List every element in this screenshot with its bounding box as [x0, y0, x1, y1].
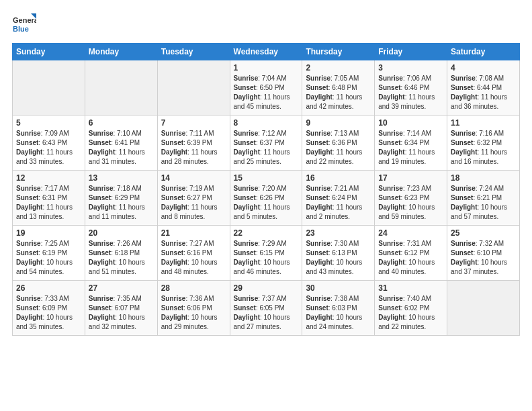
day-info-line: Sunset: 6:48 PM [306, 83, 371, 93]
day-number: 2 [306, 63, 371, 73]
day-info-line: Sunrise: 7:30 AM [306, 239, 371, 248]
day-info-line: Sunset: 6:10 PM [451, 248, 516, 258]
day-info: Sunrise: 7:30 AMSunset: 6:13 PMDaylight:… [306, 239, 371, 277]
day-info-line: Sunrise: 7:21 AM [306, 184, 371, 193]
col-header-sunday: Sunday [13, 44, 85, 60]
day-number: 17 [378, 173, 443, 183]
day-info-line: Sunrise: 7:23 AM [378, 184, 443, 193]
day-info-line: Sunset: 6:34 PM [378, 138, 443, 148]
day-info-line: Sunrise: 7:24 AM [451, 184, 516, 193]
day-info-line: Sunset: 6:32 PM [451, 138, 516, 148]
header: General Blue [12, 12, 520, 36]
day-info-line: Daylight: 11 hours and 2 minutes. [306, 203, 371, 222]
day-info-line: Daylight: 11 hours and 8 minutes. [161, 203, 226, 222]
day-info-line: Sunrise: 7:05 AM [306, 74, 371, 83]
day-info: Sunrise: 7:12 AMSunset: 6:37 PMDaylight:… [234, 129, 299, 167]
day-info-line: Daylight: 10 hours and 27 minutes. [234, 313, 299, 332]
day-info: Sunrise: 7:13 AMSunset: 6:36 PMDaylight:… [306, 129, 371, 167]
day-info-line: Sunrise: 7:17 AM [16, 184, 81, 193]
day-info-line: Sunrise: 7:33 AM [16, 294, 81, 304]
svg-text:Blue: Blue [13, 25, 29, 33]
calendar-cell: 12Sunrise: 7:17 AMSunset: 6:31 PMDayligh… [13, 171, 85, 226]
day-info: Sunrise: 7:17 AMSunset: 6:31 PMDaylight:… [16, 184, 81, 222]
day-info-line: Daylight: 10 hours and 54 minutes. [16, 258, 81, 277]
day-number: 31 [378, 283, 443, 293]
day-info-line: Sunrise: 7:32 AM [451, 239, 516, 248]
day-info: Sunrise: 7:20 AMSunset: 6:26 PMDaylight:… [234, 184, 299, 222]
day-info-line: Daylight: 11 hours and 16 minutes. [451, 148, 516, 167]
calendar-cell: 21Sunrise: 7:27 AMSunset: 6:16 PMDayligh… [157, 226, 230, 281]
day-info-line: Sunrise: 7:09 AM [16, 129, 81, 138]
day-info-line: Sunset: 6:18 PM [89, 248, 154, 258]
col-header-tuesday: Tuesday [157, 44, 230, 60]
day-number: 12 [16, 173, 81, 183]
day-info-line: Sunrise: 7:25 AM [16, 239, 81, 248]
calendar-cell: 18Sunrise: 7:24 AMSunset: 6:21 PMDayligh… [447, 171, 520, 226]
day-info-line: Sunrise: 7:19 AM [161, 184, 226, 193]
calendar-cell: 3Sunrise: 7:06 AMSunset: 6:46 PMDaylight… [375, 60, 447, 116]
day-info-line: Sunset: 6:46 PM [378, 83, 443, 93]
day-number: 27 [89, 283, 154, 293]
day-number: 5 [16, 118, 81, 128]
day-number: 9 [306, 118, 371, 128]
day-number: 1 [234, 63, 299, 73]
day-info-line: Sunrise: 7:14 AM [378, 129, 443, 138]
day-number: 29 [234, 283, 299, 293]
calendar-cell [13, 60, 85, 116]
col-header-thursday: Thursday [302, 44, 375, 60]
day-info-line: Daylight: 10 hours and 22 minutes. [378, 313, 443, 332]
day-info-line: Daylight: 10 hours and 29 minutes. [161, 313, 226, 332]
day-info: Sunrise: 7:35 AMSunset: 6:07 PMDaylight:… [89, 294, 154, 332]
day-info-line: Daylight: 11 hours and 45 minutes. [234, 93, 299, 111]
day-info: Sunrise: 7:33 AMSunset: 6:09 PMDaylight:… [16, 294, 81, 332]
day-info-line: Sunset: 6:23 PM [378, 193, 443, 203]
calendar-cell: 17Sunrise: 7:23 AMSunset: 6:23 PMDayligh… [375, 171, 447, 226]
day-info-line: Sunset: 6:16 PM [161, 248, 226, 258]
col-header-wednesday: Wednesday [230, 44, 302, 60]
day-number: 24 [378, 228, 443, 238]
day-info-line: Sunset: 6:12 PM [378, 248, 443, 258]
calendar-cell: 27Sunrise: 7:35 AMSunset: 6:07 PMDayligh… [85, 281, 157, 336]
day-info-line: Sunrise: 7:12 AM [234, 129, 299, 138]
day-info: Sunrise: 7:10 AMSunset: 6:41 PMDaylight:… [89, 129, 154, 167]
calendar-cell: 5Sunrise: 7:09 AMSunset: 6:43 PMDaylight… [13, 116, 85, 171]
day-number: 28 [161, 283, 226, 293]
day-info: Sunrise: 7:24 AMSunset: 6:21 PMDaylight:… [451, 184, 516, 222]
day-info: Sunrise: 7:18 AMSunset: 6:29 PMDaylight:… [89, 184, 154, 222]
day-number: 21 [161, 228, 226, 238]
day-info-line: Daylight: 11 hours and 31 minutes. [89, 148, 154, 167]
day-info-line: Sunset: 6:29 PM [89, 193, 154, 203]
day-info-line: Sunset: 6:03 PM [306, 304, 371, 313]
calendar-cell [447, 281, 520, 336]
day-info-line: Daylight: 10 hours and 48 minutes. [161, 258, 226, 277]
calendar-cell: 8Sunrise: 7:12 AMSunset: 6:37 PMDaylight… [230, 116, 302, 171]
calendar-cell: 30Sunrise: 7:38 AMSunset: 6:03 PMDayligh… [302, 281, 375, 336]
day-info-line: Daylight: 11 hours and 22 minutes. [306, 148, 371, 167]
col-header-friday: Friday [375, 44, 447, 60]
day-info-line: Sunset: 6:19 PM [16, 248, 81, 258]
day-info-line: Sunrise: 7:35 AM [89, 294, 154, 304]
day-number: 26 [16, 283, 81, 293]
day-info-line: Daylight: 10 hours and 59 minutes. [378, 203, 443, 222]
day-info-line: Sunset: 6:05 PM [234, 304, 299, 313]
day-number: 8 [234, 118, 299, 128]
day-info-line: Sunset: 6:07 PM [89, 304, 154, 313]
day-number: 18 [451, 173, 516, 183]
day-info: Sunrise: 7:37 AMSunset: 6:05 PMDaylight:… [234, 294, 299, 332]
day-info-line: Sunrise: 7:18 AM [89, 184, 154, 193]
day-info: Sunrise: 7:26 AMSunset: 6:18 PMDaylight:… [89, 239, 154, 277]
day-info-line: Sunrise: 7:37 AM [234, 294, 299, 304]
day-info-line: Sunrise: 7:26 AM [89, 239, 154, 248]
day-info-line: Sunset: 6:31 PM [16, 193, 81, 203]
day-info-line: Daylight: 11 hours and 33 minutes. [16, 148, 81, 167]
logo-icon: General Blue [12, 12, 36, 36]
day-info-line: Sunset: 6:39 PM [161, 138, 226, 148]
calendar-week-4: 19Sunrise: 7:25 AMSunset: 6:19 PMDayligh… [13, 226, 520, 281]
day-number: 30 [306, 283, 371, 293]
day-info: Sunrise: 7:31 AMSunset: 6:12 PMDaylight:… [378, 239, 443, 277]
day-number: 22 [234, 228, 299, 238]
day-info-line: Sunrise: 7:11 AM [161, 129, 226, 138]
day-info: Sunrise: 7:16 AMSunset: 6:32 PMDaylight:… [451, 129, 516, 167]
calendar-page: General Blue SundayMondayTuesdayWednesda… [0, 0, 532, 411]
calendar-cell: 10Sunrise: 7:14 AMSunset: 6:34 PMDayligh… [375, 116, 447, 171]
